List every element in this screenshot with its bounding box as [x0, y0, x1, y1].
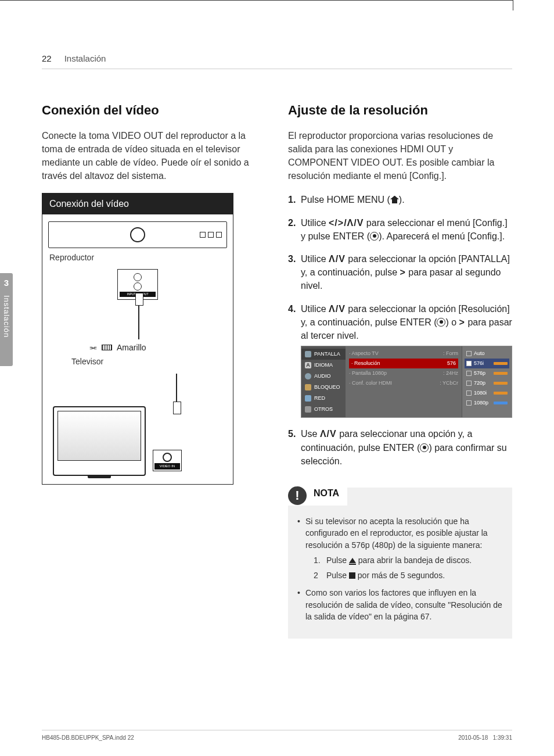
osd-option: 1080p	[465, 398, 509, 408]
note-bullet: Si su televisor no acepta la resolución …	[297, 515, 503, 581]
video-connection-diagram: Conexión del vídeo Reproductor INPUT OUT…	[42, 193, 233, 484]
eject-icon	[349, 558, 356, 563]
footer-datetime: 2010-05-18 1:39:31	[458, 734, 512, 743]
page-number: 22	[42, 52, 52, 65]
input-label: INPUT	[127, 292, 136, 296]
osd-option: 576i	[465, 359, 509, 368]
right-column: Ajuste de la resolución El reproductor p…	[288, 101, 512, 639]
step-2: Utilice </>/Λ/V para seleccionar el menú…	[288, 216, 512, 243]
page: 22 Instalación 3 Instalación Conexión de…	[0, 0, 554, 756]
right-icon: >	[400, 267, 405, 277]
note-header: ! NOTA	[288, 485, 347, 506]
up-down-icon: Λ/V	[329, 304, 346, 314]
source-file: HB485-DB.BDEUPPK_SPA.indd 22	[42, 734, 134, 743]
note-substep: 1.Pulse para abrir la bandeja de discos.	[314, 554, 503, 566]
osd-side-item: AIDIOMA	[301, 360, 346, 371]
up-down-icon: Λ/V	[347, 218, 364, 228]
left-column: Conexión del vídeo Conecte la toma VIDEO…	[42, 101, 266, 639]
osd-side-item: RED	[301, 393, 346, 404]
chapter-number: 3	[0, 273, 13, 289]
heading-right: Ajuste de la resolución	[288, 101, 512, 120]
note-substep: 2Pulse por más de 5 segundos.	[314, 569, 503, 581]
cable-coil-icon: ⫘	[89, 342, 97, 353]
osd-side-item: AUDIO	[301, 371, 346, 382]
page-header: 22 Instalación	[42, 52, 512, 69]
step-5: Use Λ/V para seleccionar una opción y, a…	[288, 427, 512, 468]
left-paragraph: Conecte la toma VIDEO OUT del reproducto…	[42, 129, 266, 183]
arrow-keys-icon: </>/	[329, 218, 347, 228]
tv-label: Televisor	[71, 356, 227, 367]
up-down-icon: Λ/V	[320, 429, 337, 439]
osd-option: Auto	[465, 349, 509, 359]
diagram-body: Reproductor INPUT OUTPUT ⫘ Amarillo	[42, 214, 233, 484]
right-icon: >	[459, 317, 465, 327]
step-1: Pulse HOME MENU ().	[288, 193, 512, 206]
osd-middle: · Aspecto TV: Form · Resolución576 · Pan…	[346, 346, 462, 417]
osd-setting-row: · Aspecto TV: Form	[349, 349, 458, 359]
cable-color-label: Amarillo	[117, 342, 146, 353]
osd-setting-row: · Pantalla 1080p: 24Hz	[349, 368, 458, 378]
tv-port-label: VIDEO IN	[154, 463, 180, 470]
enter-icon	[420, 443, 429, 452]
tv-drawing: VIDEO IN	[53, 406, 146, 476]
osd-option: 720p	[465, 378, 509, 388]
plug-top	[135, 293, 143, 306]
chapter-tab: 3 Instalación	[0, 273, 13, 366]
section-name: Instalación	[64, 52, 106, 65]
page-footer: HB485-DB.BDEUPPK_SPA.indd 22 2010-05-18 …	[42, 730, 512, 743]
player-label: Reproductor	[49, 252, 227, 263]
osd-popup: Auto 576i 576p 720p 1080i 1080p	[462, 346, 512, 417]
tv-port-callout: VIDEO IN	[153, 450, 182, 471]
osd-option: 1080i	[465, 388, 509, 398]
osd-side-item: OTROS	[301, 404, 346, 415]
osd-screenshot: PANTALLA AIDIOMA AUDIO BLOQUEO RED OTROS…	[301, 346, 512, 418]
chapter-label: Instalación	[1, 295, 12, 338]
note-title: NOTA	[314, 486, 339, 500]
stop-icon	[349, 572, 355, 579]
osd-sidebar: PANTALLA AIDIOMA AUDIO BLOQUEO RED OTROS	[301, 346, 346, 417]
osd-setting-row: · Conf. color HDMI: YCbCr	[349, 378, 458, 388]
up-down-icon: Λ/V	[329, 254, 346, 264]
step-3: Utilice Λ/V para seleccionar la opción […	[288, 252, 512, 293]
home-icon	[390, 196, 399, 203]
diagram-title: Conexión del vídeo	[42, 194, 233, 214]
note-bullet: Como son varios los factores que influye…	[297, 587, 503, 622]
osd-side-item: BLOQUEO	[301, 382, 346, 393]
steps-list: Pulse HOME MENU (). Utilice </>/Λ/V para…	[288, 193, 512, 468]
right-paragraph: El reproductor proporciona varias resolu…	[288, 129, 512, 183]
alert-icon: !	[288, 486, 307, 505]
enter-icon	[370, 232, 379, 241]
cable-drawing	[176, 374, 227, 403]
plug-bottom	[173, 402, 181, 414]
note-box: ! NOTA Si su televisor no acepta la reso…	[288, 488, 512, 639]
osd-setting-row: · Resolución576	[349, 359, 458, 368]
color-swatch	[102, 345, 112, 350]
heading-left: Conexión del vídeo	[42, 101, 266, 120]
osd-option: 576p	[465, 368, 509, 378]
cable-drawing	[138, 304, 227, 339]
player-unit-drawing	[48, 221, 227, 248]
step-4: Utilice Λ/V para seleccionar la opción […	[288, 302, 512, 418]
enter-icon	[437, 318, 445, 327]
cable-color-row: ⫘ Amarillo	[89, 342, 227, 353]
osd-side-item: PANTALLA	[301, 349, 346, 360]
